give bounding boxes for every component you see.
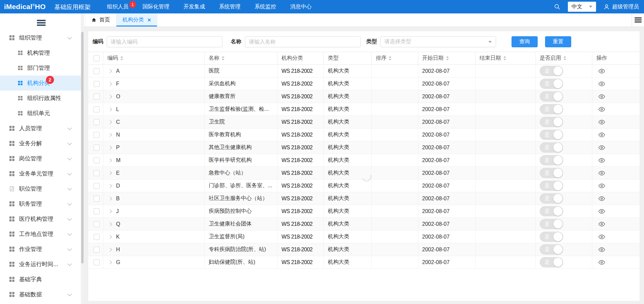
sidebar-item-5[interactable]: 组织单元 [0,106,84,121]
view-icon[interactable] [598,106,605,113]
sidebar-item-14[interactable]: 作业管理 [0,242,84,257]
row-checkbox[interactable] [94,259,100,265]
view-icon[interactable] [598,157,605,164]
type-select[interactable]: 请选择类型 [380,36,496,47]
enabled-toggle[interactable]: 是 [540,219,563,229]
nav-item-4[interactable]: 系统管理 [212,0,248,13]
row-checkbox[interactable] [94,106,100,112]
expand-row-icon[interactable] [108,235,112,239]
row-checkbox[interactable] [94,170,100,176]
expand-row-icon[interactable] [108,261,112,264]
view-icon[interactable] [598,131,605,139]
tab-home[interactable]: 首页 [85,13,116,27]
row-checkbox[interactable] [94,94,100,100]
view-icon[interactable] [598,182,605,190]
expand-row-icon[interactable] [108,95,112,99]
view-icon[interactable] [598,118,605,126]
row-checkbox[interactable] [94,157,100,163]
column-header-code[interactable]: 编码 [103,52,204,65]
column-header-enabled[interactable]: 是否启用 [535,52,592,65]
enabled-toggle[interactable]: 是 [540,66,563,76]
row-checkbox[interactable] [94,132,100,138]
view-icon[interactable] [598,259,605,266]
row-checkbox[interactable] [94,183,100,189]
row-checkbox[interactable] [94,119,100,125]
view-icon[interactable] [598,80,605,88]
select-all-checkbox[interactable] [94,55,100,61]
enabled-toggle[interactable]: 是 [540,91,563,102]
expand-row-icon[interactable] [108,184,112,188]
sidebar-item-9[interactable]: 业务单元管理 [0,166,84,181]
expand-row-icon[interactable] [108,210,112,213]
view-icon[interactable] [598,195,605,202]
enabled-toggle[interactable]: 是 [540,79,563,89]
nav-item-5[interactable]: 系统监控 [248,0,283,13]
language-select[interactable]: 中文 [568,2,596,12]
enabled-toggle[interactable]: 是 [540,257,563,267]
column-header-end_date[interactable]: 结束日期 [475,52,535,65]
sidebar-scrollbar-thumb[interactable] [81,32,84,263]
sidebar-item-7[interactable]: 业务分解 [0,136,84,151]
enabled-toggle[interactable]: 是 [540,142,563,153]
enabled-toggle[interactable]: 是 [540,155,563,165]
expand-row-icon[interactable] [108,159,112,162]
expand-row-icon[interactable] [108,120,112,124]
enabled-toggle[interactable]: 是 [540,117,563,127]
tab-org-classification[interactable]: 机构分类 [116,13,157,27]
enabled-toggle[interactable]: 是 [540,181,563,191]
view-icon[interactable] [598,144,605,151]
row-checkbox[interactable] [94,68,100,74]
search-icon[interactable] [554,3,560,10]
tab-list-menu-button[interactable] [632,13,644,27]
view-icon[interactable] [598,246,605,253]
enabled-toggle[interactable]: 是 [540,206,563,216]
expand-row-icon[interactable] [108,171,112,175]
expand-row-icon[interactable] [108,133,112,137]
row-checkbox[interactable] [94,221,100,227]
sidebar-item-16[interactable]: 基础字典 [0,272,84,287]
sidebar-item-15[interactable]: 业务运行时间... [0,257,84,272]
search-button[interactable]: 查询 [512,36,538,47]
row-checkbox[interactable] [94,234,100,240]
sidebar-item-4[interactable]: 组织行政属性 [0,91,84,106]
enabled-toggle[interactable]: 是 [540,130,563,140]
expand-row-icon[interactable] [108,69,112,73]
enabled-toggle[interactable]: 是 [540,232,563,242]
enabled-toggle[interactable]: 是 [540,168,563,178]
sidebar-item-10[interactable]: 职位管理 [0,181,84,196]
enabled-toggle[interactable]: 是 [540,244,563,255]
expand-row-icon[interactable] [108,146,112,150]
sidebar-collapse-icon[interactable] [37,20,46,26]
view-icon[interactable] [598,220,605,228]
row-checkbox[interactable] [94,81,100,87]
nav-item-6[interactable]: 消息中心 [283,0,319,13]
view-icon[interactable] [598,233,605,241]
expand-row-icon[interactable] [108,82,112,86]
sidebar-item-6[interactable]: 人员管理 [0,121,84,136]
expand-row-icon[interactable] [108,197,112,201]
row-checkbox[interactable] [94,247,100,253]
view-icon[interactable] [598,169,605,177]
code-input[interactable] [107,36,222,47]
column-header-name[interactable]: 名称 [205,52,277,65]
sidebar-item-0[interactable]: 组织管理 [0,30,84,45]
expand-row-icon[interactable] [108,108,112,111]
user-menu[interactable]: 超级管理员 [603,3,639,10]
sidebar-item-17[interactable]: 基础数据 [0,287,84,302]
close-icon[interactable] [147,18,151,22]
sidebar-item-1[interactable]: 机构管理 [0,45,84,60]
view-icon[interactable] [598,93,605,100]
row-checkbox[interactable] [94,208,100,214]
sidebar-item-8[interactable]: 岗位管理 [0,151,84,166]
row-checkbox[interactable] [94,145,100,151]
reset-button[interactable]: 重置 [545,36,571,47]
nav-item-1[interactable]: 组织人员1 [100,0,136,13]
sidebar-item-13[interactable]: 工作地点管理 [0,226,84,242]
column-header-start_date[interactable]: 开始日期 [418,52,475,65]
sidebar-item-2[interactable]: 部门管理 [0,60,84,75]
enabled-toggle[interactable]: 是 [540,104,563,114]
expand-row-icon[interactable] [108,248,112,252]
name-input[interactable] [245,36,361,47]
sidebar-item-11[interactable]: 职务管理 [0,196,84,211]
expand-row-icon[interactable] [108,222,112,226]
